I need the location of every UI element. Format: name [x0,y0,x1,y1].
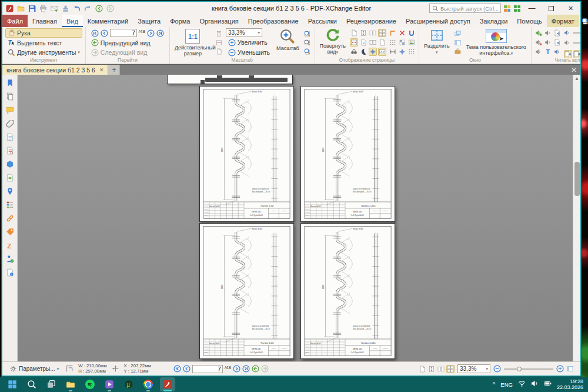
four-pages-icon[interactable] [446,365,455,373]
blank-page-icon[interactable] [418,365,426,373]
status-zoom-select[interactable]: 33,3%▾ [457,364,490,373]
hand-tool-button[interactable]: Рука [5,28,82,38]
zoom-slider-knob[interactable] [517,367,522,371]
fit-page-icon[interactable] [427,365,436,373]
taskbar-task-view[interactable] [44,377,59,391]
previous-view-icon[interactable] [252,365,259,373]
window-cascade-icon[interactable] [455,31,461,37]
email-icon[interactable] [49,4,59,13]
find-button[interactable]: Найти... [579,18,588,25]
letter-t-icon[interactable]: T [544,48,552,56]
image-icon[interactable] [407,38,416,46]
select-text-button[interactable]: T Выделить текст [5,38,82,48]
fit-page-icon[interactable] [359,29,368,37]
first-page-icon[interactable] [91,29,99,37]
pane-thumbnails-icon[interactable] [5,92,15,101]
pdf-logo-icon[interactable] [5,4,15,13]
blank-page-icon[interactable] [378,38,386,46]
zoom-out-icon[interactable] [493,365,501,373]
taskbar-chrome[interactable] [141,377,156,391]
xy-box-icon[interactable]: XY [378,48,386,56]
taskbar-start[interactable] [5,377,20,391]
volume-icon[interactable] [531,379,539,390]
pane-links-icon[interactable] [5,214,15,223]
ribbon-tab-Помощь[interactable]: Помощь [512,15,547,27]
print-icon[interactable] [38,4,48,13]
document-canvas[interactable]: 1507Фаска 3х30°Фаска 3х30°Длина по осево… [18,75,573,361]
language-indicator[interactable]: ENG [500,381,513,388]
session-grid-icon[interactable] [513,5,521,12]
last-page-icon[interactable] [242,365,250,373]
tabbar-close-button[interactable]: ✕ [567,65,580,75]
doc-spk-icon[interactable] [553,29,562,37]
corner-snap-icon[interactable] [389,29,397,37]
next-page-icon[interactable] [147,29,155,37]
other-tools-button[interactable]: Другие инструменты▾ [5,48,82,57]
ribbon-tab-Расширенный доступ[interactable]: Расширенный доступ [401,15,475,27]
zoom-in-icon[interactable] [556,365,564,373]
fit-page-icon[interactable] [216,31,222,37]
pane-stamps-icon[interactable] [5,146,15,155]
prev-page-icon[interactable] [101,29,108,37]
magnet-icon[interactable] [407,29,416,37]
quick-launch-search[interactable]: Быстрый запуск (Ctrl... [429,4,501,13]
properties-pane-icon[interactable] [567,366,573,372]
taskbar-pdf-xchange[interactable] [160,377,175,391]
ui-theme-button[interactable]: ➤ Тема пользовательскогоинтерфейса.▾ [465,28,528,57]
split-button[interactable]: Разделить▾ [422,28,452,57]
pane-content-icon[interactable] [5,173,15,182]
spk-gray-icon[interactable] [544,38,552,46]
binoculars-icon[interactable] [350,48,358,56]
ribbon-tab-Организация[interactable]: Организация [195,15,243,27]
red-cross-icon[interactable] [398,29,406,37]
pane-layers-icon[interactable] [5,160,15,169]
window-panes-icon[interactable] [455,39,461,46]
loupe-icon[interactable] [304,48,310,55]
hidden-icons-chevron[interactable]: ^ [493,381,496,388]
ribbon-tab-Форма[interactable]: Форма [165,15,195,27]
stamp-icon[interactable] [61,4,71,13]
last-page-icon[interactable] [156,29,164,37]
next-view-button[interactable]: Следующий вид [89,48,166,58]
pane-doc-properties-icon[interactable]: i [5,268,15,277]
prev-page-icon[interactable] [183,365,191,373]
close-button[interactable]: × [562,2,579,14]
back-view-icon[interactable] [94,4,104,13]
night-icon[interactable] [359,48,368,56]
checker-icon[interactable] [398,38,406,46]
zoom-area-icon[interactable] [304,31,310,37]
pane-bookmarks-icon[interactable] [5,78,15,88]
grid-dots-icon[interactable] [389,38,397,46]
scrollbar-thumb[interactable] [574,162,580,196]
save-icon[interactable] [27,4,37,13]
taskbar-spotify[interactable] [82,377,98,391]
document-tab[interactable]: книга боковіе секции б1 2 3 5 6✕ [2,65,108,75]
status-page-input[interactable] [192,365,223,373]
two-pages-icon[interactable] [369,38,377,46]
spk-gray-icon[interactable] [544,29,552,37]
ribbon-tab-Вид[interactable]: Вид [62,15,83,27]
crosshair-icon[interactable] [369,48,377,56]
fit-visible-icon[interactable] [216,48,222,55]
tab-close-icon[interactable]: ✕ [99,67,104,73]
page-width-icon[interactable] [350,38,358,46]
vertical-scrollbar[interactable]: ▲ [573,75,580,361]
taskbar-utorrent[interactable]: µ [121,377,136,391]
pane-destinations-icon[interactable] [5,187,15,196]
width-marker-icon[interactable] [389,48,397,56]
spk-red-icon[interactable] [534,38,543,46]
pane-comments-icon[interactable] [5,105,15,115]
spk-blue-icon[interactable] [553,48,562,56]
four-pages-icon[interactable] [378,29,386,37]
rate-slider[interactable] [573,42,580,44]
taskbar-potplayer[interactable] [102,377,117,391]
wifi-icon[interactable] [518,379,526,390]
pane-summary-icon[interactable] [5,132,15,142]
rotate-view-button[interactable]: Повернутьвид▾ [318,28,348,57]
actual-size-button[interactable]: 1:1 Действительный размер [173,28,213,57]
pane-attachments-icon[interactable] [5,119,15,128]
spk-gray-icon[interactable] [534,48,543,56]
minimize-button[interactable]: — [523,2,540,14]
previous-view-button[interactable]: Предыдущий вид [89,38,166,48]
spk-green-icon[interactable] [534,29,543,37]
